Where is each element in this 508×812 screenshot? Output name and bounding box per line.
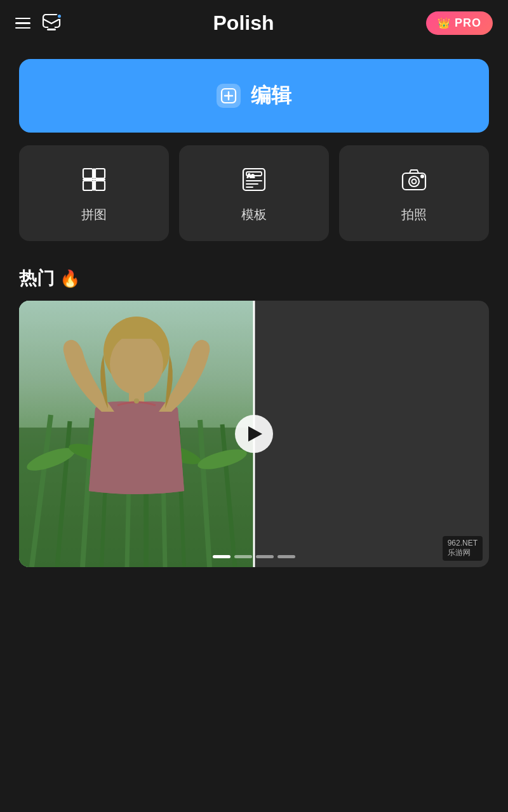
camera-card[interactable]: 拍照 xyxy=(339,145,489,241)
dots-indicator xyxy=(213,555,295,558)
app-title: Polish xyxy=(213,11,274,35)
before-after-container[interactable]: 962.NET乐游网 xyxy=(19,301,489,567)
inbox-button[interactable] xyxy=(42,13,61,34)
fire-emoji: 🔥 xyxy=(60,269,80,289)
hot-section: 热门 🔥 xyxy=(19,266,489,567)
dot-3 xyxy=(256,555,274,558)
play-button[interactable] xyxy=(235,415,273,453)
main-content: 编辑 拼图 xyxy=(0,46,508,586)
svg-point-19 xyxy=(421,175,424,178)
menu-button[interactable] xyxy=(15,18,30,29)
camera-icon xyxy=(400,166,428,196)
svg-rect-2 xyxy=(47,29,56,30)
svg-rect-4 xyxy=(83,169,93,178)
edit-plus-icon xyxy=(217,84,241,108)
template-card[interactable]: Aa 模板 xyxy=(179,145,329,241)
svg-rect-7 xyxy=(95,181,105,190)
edit-button-label: 编辑 xyxy=(251,82,291,110)
svg-point-18 xyxy=(412,180,417,184)
watermark: 962.NET乐游网 xyxy=(443,536,483,561)
template-icon: Aa xyxy=(240,166,268,196)
action-cards-row: 拼图 Aa 模板 xyxy=(19,145,489,241)
pro-badge-button[interactable]: 👑 PRO xyxy=(426,11,493,35)
camera-label: 拍照 xyxy=(401,206,427,223)
header: Polish 👑 PRO xyxy=(0,0,508,46)
svg-rect-5 xyxy=(95,169,105,178)
pro-badge-label: PRO xyxy=(455,16,481,30)
svg-point-17 xyxy=(409,176,419,187)
template-label: 模板 xyxy=(241,206,267,223)
puzzle-icon xyxy=(80,166,108,196)
svg-rect-6 xyxy=(83,181,93,190)
crown-icon: 👑 xyxy=(438,17,450,29)
play-triangle-icon xyxy=(248,426,262,442)
hot-title: 热门 🔥 xyxy=(19,266,489,291)
dot-2 xyxy=(234,555,252,558)
puzzle-card[interactable]: 拼图 xyxy=(19,145,169,241)
puzzle-label: 拼图 xyxy=(81,206,107,223)
before-image xyxy=(19,301,254,567)
notification-dot xyxy=(57,13,62,19)
dot-4 xyxy=(277,555,295,558)
edit-button[interactable]: 编辑 xyxy=(19,59,489,133)
svg-text:Aa: Aa xyxy=(247,173,255,179)
dot-1 xyxy=(213,555,231,558)
hot-title-text: 热门 xyxy=(19,266,55,291)
header-left xyxy=(15,13,61,34)
